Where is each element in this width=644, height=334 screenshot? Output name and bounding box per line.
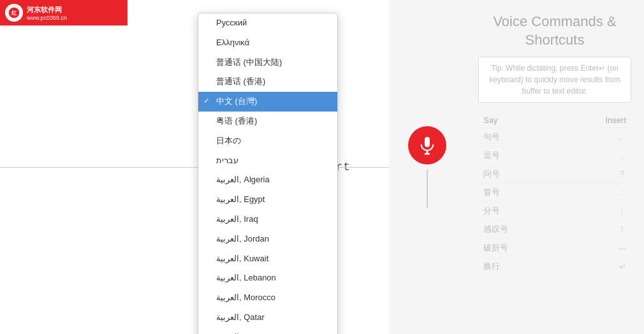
watermark-line2: www.pc0359.cn [27,15,67,21]
shortcut-say: 换行 [478,258,560,276]
language-option-arabic-jordan[interactable]: العربية, Jordan [198,229,337,249]
shortcut-row: 冒号： [478,184,631,202]
shortcuts-panel: Voice Commands & Shortcuts Tip: While di… [465,0,644,334]
language-option-japanese[interactable]: 日本の [198,131,337,151]
shortcut-insert: — [560,239,631,258]
microphone-button[interactable] [408,126,446,164]
shortcut-insert: ？ [560,165,631,184]
language-option-arabic-egypt[interactable]: العربية, Egypt [198,190,337,210]
shortcut-row: 换行↵ [478,258,631,276]
shortcut-insert: ： [560,184,631,202]
col-insert-header: Insert [560,113,631,128]
shortcut-say: 感叹号 [478,221,560,239]
shortcut-say: 句号 [478,128,560,147]
language-option-russian[interactable]: Русский [198,13,337,33]
shortcut-say: 冒号 [478,184,560,202]
editor-area[interactable]: Click here to start РусскийΕλληνικά普通话 (… [0,0,389,334]
shortcut-row: 破折号— [478,239,631,258]
language-option-arabic-iraq[interactable]: العربية, Iraq [198,210,337,229]
svg-text:红: 红 [11,10,17,16]
language-dropdown[interactable]: РусскийΕλληνικά普通话 (中国大陆)普通话 (香港)中文 (台灣)… [198,13,338,334]
language-option-greek[interactable]: Ελληνικά [198,33,337,53]
language-option-cantonese[interactable]: 粤语 (香港) [198,112,337,131]
shortcut-insert: ； [560,202,631,221]
shortcut-row: 逗号， [478,147,631,165]
shortcut-insert: ↵ [560,258,631,276]
shortcut-say: 破折号 [478,239,560,258]
mic-area [389,0,465,334]
shortcut-say: 分号 [478,202,560,221]
language-option-mandarin-hk[interactable]: 普通话 (香港) [198,72,337,92]
col-say-header: Say [478,113,560,128]
shortcut-say: 问号 [478,165,560,184]
watermark-logo: 红 [5,4,23,22]
main-container: Click here to start РусскийΕλληνικά普通话 (… [0,0,644,334]
language-option-arabic-lebanon[interactable]: العربية, Lebanon [198,268,337,288]
microphone-icon [417,135,437,156]
watermark-line1: 河东软件网 [27,5,67,15]
language-option-hebrew[interactable]: עברית [198,151,337,171]
shortcuts-table: Say Insert 句号。逗号，问号？冒号：分号；感叹号！破折号—换行↵ [478,113,631,276]
shortcut-insert: ！ [560,221,631,239]
dropdown-container[interactable]: РусскийΕλληνικά普通话 (中国大陆)普通话 (香港)中文 (台灣)… [198,13,338,334]
language-option-arabic-kuwait[interactable]: العربية, Kuwait [198,249,337,269]
shortcut-row: 句号。 [478,128,631,147]
shortcut-insert: ， [560,147,631,165]
language-option-chinese-taiwan[interactable]: 中文 (台灣) [198,92,337,112]
shortcut-insert: 。 [560,128,631,147]
shortcut-row: 问号？ [478,165,631,184]
svg-rect-2 [425,137,430,147]
language-option-arabic-algeria[interactable]: العربية, Algeria [198,170,337,190]
shortcut-row: 感叹号！ [478,221,631,239]
language-option-mandarin-china[interactable]: 普通话 (中国大陆) [198,53,337,73]
shortcuts-title: Voice Commands & Shortcuts [478,13,631,49]
language-option-arabic-morocco[interactable]: العربية, Morocco [198,288,337,308]
shortcut-row: 分号； [478,202,631,221]
watermark-text: 河东软件网 www.pc0359.cn [27,5,67,21]
shortcuts-tip: Tip: While dictating, press Enter↵ (on k… [478,57,631,103]
language-option-arabic-saudi[interactable]: العربية, Saudi Arabia [198,328,337,334]
language-option-arabic-qatar[interactable]: العربية, Qatar [198,308,337,328]
separator-line [427,170,428,208]
shortcut-say: 逗号 [478,147,560,165]
watermark-banner: 红 河东软件网 www.pc0359.cn [0,0,128,25]
